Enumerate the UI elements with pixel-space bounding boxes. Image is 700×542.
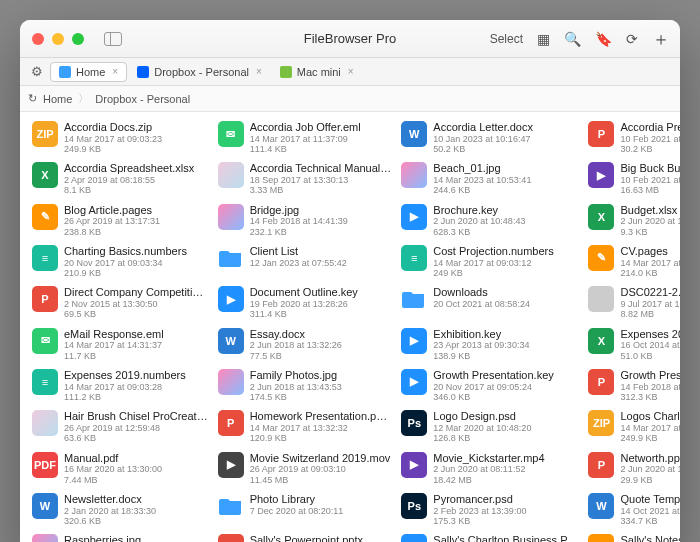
file-date: 20 Nov 2017 at 09:05:24 xyxy=(433,382,578,392)
file-size: 63.6 KB xyxy=(64,433,208,443)
file-size: 8.82 MB xyxy=(620,309,680,319)
file-item[interactable]: ▶Movie Switzerland 2019.mov26 Apr 2019 a… xyxy=(216,449,394,488)
docx-icon: W xyxy=(588,493,614,519)
pptx-icon: P xyxy=(218,534,244,542)
bookmark-icon[interactable]: 🔖 xyxy=(595,31,612,47)
folder-icon xyxy=(218,493,244,519)
select-button[interactable]: Select xyxy=(490,32,523,46)
history-icon[interactable]: ↻ xyxy=(28,92,37,105)
file-item[interactable]: PDirect Company Competiti…2 Nov 2015 at … xyxy=(30,283,210,322)
file-item[interactable]: ZIPAccordia Docs.zip14 Mar 2017 at 09:03… xyxy=(30,118,210,157)
file-name: Growth Presentation.key xyxy=(433,369,578,382)
file-item[interactable]: ▶Movie_Kickstarter.mp42 Jun 2020 at 08:1… xyxy=(399,449,580,488)
tab-dropbox-personal[interactable]: Dropbox - Personal× xyxy=(129,62,270,82)
file-item[interactable]: WNewsletter.docx2 Jan 2020 at 18:33:3032… xyxy=(30,490,210,529)
reload-icon[interactable]: ⟳ xyxy=(626,31,638,47)
file-item[interactable]: PDFManual.pdf16 Mar 2020 at 13:30:007.44… xyxy=(30,449,210,488)
traffic-lights xyxy=(32,33,84,45)
file-item[interactable]: ✎Sally's Notes.pages14 Mar 2017 at 09:03… xyxy=(586,531,680,542)
file-item[interactable]: Family Photos.jpg2 Jun 2018 at 13:43:531… xyxy=(216,366,394,405)
file-item[interactable]: Accordia Technical Manual…18 Sep 2017 at… xyxy=(216,159,394,198)
file-item[interactable]: ▶Brochure.key2 Jun 2020 at 10:48:43628.3… xyxy=(399,201,580,240)
file-item[interactable]: ✉eMail Response.eml14 Mar 2017 at 14:31:… xyxy=(30,325,210,364)
file-size: 312.3 KB xyxy=(620,392,680,402)
file-item[interactable]: ▶Growth Presentation.key20 Nov 2017 at 0… xyxy=(399,366,580,405)
add-icon[interactable]: ＋ xyxy=(652,27,670,51)
file-item[interactable]: ✎Blog Article.pages26 Apr 2019 at 13:17:… xyxy=(30,201,210,240)
file-item[interactable]: Bridge.jpg14 Feb 2018 at 14:41:39232.1 K… xyxy=(216,201,394,240)
file-item[interactable]: ▶Sally's Charlton Business P…14 Mar 2017… xyxy=(399,531,580,542)
pdf-icon: PDF xyxy=(32,452,58,478)
file-item[interactable]: WEssay.docx2 Jun 2018 at 13:32:2677.5 KB xyxy=(216,325,394,364)
img-icon xyxy=(401,162,427,188)
tab-mac-mini[interactable]: Mac mini× xyxy=(272,62,362,82)
file-size: 628.3 KB xyxy=(433,227,578,237)
file-date: 14 Mar 2017 at 11:37:09 xyxy=(250,134,392,144)
file-item[interactable]: PsLogo Design.psd12 Mar 2020 at 10:48:20… xyxy=(399,407,580,446)
file-name: Accordia Docs.zip xyxy=(64,121,208,134)
file-date: 10 Feb 2021 at 09:54:52 xyxy=(620,175,680,185)
file-item[interactable]: ✎CV.pages14 Mar 2017 at 13:17:52214.0 KB xyxy=(586,242,680,281)
file-item[interactable]: XAccordia Spreadsheet.xlsx2 Apr 2019 at … xyxy=(30,159,210,198)
zoom-window-button[interactable] xyxy=(72,33,84,45)
settings-icon[interactable]: ⚙ xyxy=(26,64,48,79)
pages-icon: ✎ xyxy=(588,245,614,271)
file-date: 14 Feb 2018 at 14:41:39 xyxy=(250,216,392,226)
file-item[interactable]: ▶Exhibition.key23 Apr 2013 at 09:30:3413… xyxy=(399,325,580,364)
file-date: 14 Oct 2021 at 12:39:33 xyxy=(620,506,680,516)
file-date: 14 Mar 2017 at 13:32:32 xyxy=(250,423,392,433)
file-name: Essay.docx xyxy=(250,328,392,341)
file-item[interactable]: ▶Document Outline.key19 Feb 2020 at 13:2… xyxy=(216,283,394,322)
grid-view-icon[interactable]: ▦ xyxy=(537,31,550,47)
file-item[interactable]: DSC0221-2.NEF9 Jul 2017 at 16:12:528.82 … xyxy=(586,283,680,322)
file-item[interactable]: PGrowth Presentation.pptx14 Feb 2018 at … xyxy=(586,366,680,405)
file-date: 20 Nov 2017 at 09:03:34 xyxy=(64,258,208,268)
close-tab-icon[interactable]: × xyxy=(256,66,262,77)
file-item[interactable]: XExpenses 2018.xlsx16 Oct 2014 at 10:58:… xyxy=(586,325,680,364)
file-item[interactable]: WQuote Template.docx14 Oct 2021 at 12:39… xyxy=(586,490,680,529)
file-item[interactable]: PNetworth.pptx2 Jun 2020 at 10:36:3729.9… xyxy=(586,449,680,488)
search-icon[interactable]: 🔍 xyxy=(564,31,581,47)
file-size: 3.33 MB xyxy=(250,185,392,195)
breadcrumb-separator: 〉 xyxy=(78,91,89,106)
file-item[interactable]: ✉Accordia Job Offer.eml14 Mar 2017 at 11… xyxy=(216,118,394,157)
file-date: 20 Oct 2021 at 08:58:24 xyxy=(433,299,578,309)
file-date: 14 Mar 2017 at 13:17:52 xyxy=(620,258,680,268)
breadcrumb-item[interactable]: Dropbox - Personal xyxy=(95,93,190,105)
file-name: CV.pages xyxy=(620,245,680,258)
file-item[interactable]: Photo Library7 Dec 2020 at 08:20:11 xyxy=(216,490,394,529)
file-item[interactable]: XBudget.xlsx2 Jun 2020 at 10:36:119.3 KB xyxy=(586,201,680,240)
close-tab-icon[interactable]: × xyxy=(112,66,118,77)
file-item[interactable]: ▶Big Buck Bunny.mp410 Feb 2021 at 09:54:… xyxy=(586,159,680,198)
file-item[interactable]: ≡Charting Basics.numbers20 Nov 2017 at 0… xyxy=(30,242,210,281)
file-item[interactable]: ≡Expenses 2019.numbers14 Mar 2017 at 09:… xyxy=(30,366,210,405)
file-date: 2 Nov 2015 at 13:30:50 xyxy=(64,299,208,309)
file-item[interactable]: Hair Brush Chisel ProCreat…26 Apr 2019 a… xyxy=(30,407,210,446)
file-item[interactable]: Downloads20 Oct 2021 at 08:58:24 xyxy=(399,283,580,322)
folder-icon xyxy=(59,66,71,78)
file-date: 16 Mar 2020 at 13:30:00 xyxy=(64,464,208,474)
file-item[interactable]: ≡Cost Projection.numbers14 Mar 2017 at 0… xyxy=(399,242,580,281)
close-tab-icon[interactable]: × xyxy=(348,66,354,77)
file-item[interactable]: ZIPLogos Charlton Brand.zip14 Mar 2017 a… xyxy=(586,407,680,446)
file-item[interactable]: Beach_01.jpg14 Mar 2023 at 10:53:41244.6… xyxy=(399,159,580,198)
docx-icon: W xyxy=(401,121,427,147)
file-date: 10 Feb 2021 at 10:11:08 xyxy=(620,134,680,144)
toggle-sidebar-button[interactable] xyxy=(104,32,122,46)
file-size: 111.4 KB xyxy=(250,144,392,154)
file-date: 2 Jun 2020 at 10:36:37 xyxy=(620,464,680,474)
close-window-button[interactable] xyxy=(32,33,44,45)
file-item[interactable]: Raspberries.jpg14 Feb 2018 at 14:45:3821… xyxy=(30,531,210,542)
file-date: 14 Mar 2017 at 14:31:37 xyxy=(64,340,208,350)
breadcrumb-item[interactable]: Home xyxy=(43,93,72,105)
file-item[interactable]: WAccordia Letter.docx10 Jan 2023 at 10:1… xyxy=(399,118,580,157)
file-item[interactable]: PSally's Powerpoint.pptx26 Apr 2019 at 1… xyxy=(216,531,394,542)
file-item[interactable]: Client List12 Jan 2023 at 07:55:42 xyxy=(216,242,394,281)
file-item[interactable]: PsPyromancer.psd2 Feb 2023 at 13:39:0017… xyxy=(399,490,580,529)
xlsx-icon: X xyxy=(32,162,58,188)
minimize-window-button[interactable] xyxy=(52,33,64,45)
file-item[interactable]: PAccordia Presentation.pptx10 Feb 2021 a… xyxy=(586,118,680,157)
file-size: 111.2 KB xyxy=(64,392,208,402)
file-item[interactable]: PHomework Presentation.p…14 Mar 2017 at … xyxy=(216,407,394,446)
tab-home[interactable]: Home× xyxy=(50,62,127,82)
